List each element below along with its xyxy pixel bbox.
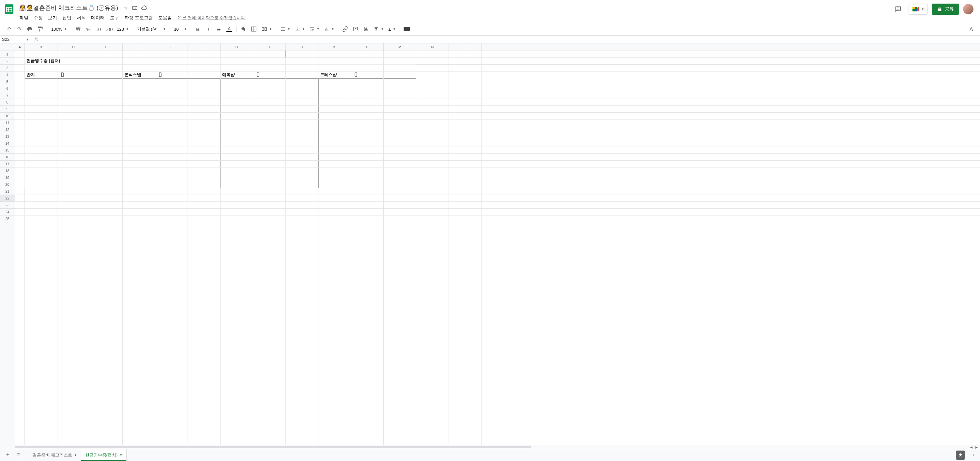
- column-header-F[interactable]: F: [155, 43, 188, 51]
- row-header-6[interactable]: 6: [0, 85, 15, 92]
- row-header-18[interactable]: 18: [0, 167, 15, 174]
- vertical-align-button[interactable]: ▼: [293, 25, 307, 33]
- percent-button[interactable]: %: [84, 24, 93, 34]
- bold-button[interactable]: B: [193, 24, 203, 34]
- menu-file[interactable]: 파일: [17, 14, 31, 22]
- side-panel-toggle[interactable]: ‹: [970, 451, 977, 460]
- column-header-I[interactable]: I: [253, 43, 286, 51]
- undo-button[interactable]: ↶: [4, 24, 14, 34]
- all-sheets-button[interactable]: ≡: [13, 451, 24, 460]
- row-header-17[interactable]: 17: [0, 161, 15, 167]
- cells-area[interactable]: 현금영수증 (캡처) 반지 본식스냅 예복샵 드레스샵: [15, 51, 980, 445]
- column-header-A[interactable]: A: [15, 43, 25, 51]
- borders-button[interactable]: [249, 24, 259, 34]
- menu-data[interactable]: 데이터: [89, 14, 107, 22]
- column-header-O[interactable]: O: [449, 43, 482, 51]
- zoom-select[interactable]: 100%▼: [49, 26, 69, 33]
- text-rotation-button[interactable]: ▼: [322, 25, 336, 33]
- row-header-11[interactable]: 11: [0, 120, 15, 126]
- column-header-K[interactable]: K: [318, 43, 351, 51]
- meet-button[interactable]: ▼: [908, 3, 928, 15]
- insert-chart-button[interactable]: [361, 24, 371, 34]
- row-header-22[interactable]: 22: [0, 195, 15, 202]
- row-header-15[interactable]: 15: [0, 147, 15, 154]
- move-icon[interactable]: [132, 5, 138, 11]
- menu-format[interactable]: 서식: [75, 14, 88, 22]
- redo-button[interactable]: ↷: [14, 24, 24, 34]
- menu-edit[interactable]: 수정: [31, 14, 45, 22]
- menu-extensions[interactable]: 확장 프로그램: [122, 14, 155, 22]
- sheet-tab-2[interactable]: 현금영수증(캡처)▼: [81, 449, 127, 461]
- column-header-J[interactable]: J: [286, 43, 318, 51]
- text-wrap-button[interactable]: ▼: [308, 25, 322, 33]
- category-1-checkbox[interactable]: [60, 72, 65, 77]
- column-header-L[interactable]: L: [351, 43, 383, 51]
- row-header-14[interactable]: 14: [0, 140, 15, 147]
- last-edit-link[interactable]: 21분 전에 마지막으로 수정했습니다.: [177, 15, 246, 21]
- number-format-select[interactable]: 123▼: [115, 26, 131, 33]
- row-header-20[interactable]: 20: [0, 181, 15, 188]
- row-header-3[interactable]: 3: [0, 65, 15, 72]
- row-header-24[interactable]: 24: [0, 209, 15, 215]
- category-2-checkbox[interactable]: [158, 72, 162, 77]
- horizontal-align-button[interactable]: ▼: [278, 25, 292, 33]
- row-header-21[interactable]: 21: [0, 188, 15, 195]
- share-button[interactable]: 공유: [932, 3, 959, 15]
- scroll-left-icon[interactable]: ◀: [969, 445, 974, 449]
- text-color-button[interactable]: A: [224, 24, 234, 34]
- row-header-23[interactable]: 23: [0, 202, 15, 209]
- row-header-25[interactable]: 25: [0, 215, 15, 222]
- column-header-E[interactable]: E: [123, 43, 155, 51]
- column-header-M[interactable]: M: [383, 43, 416, 51]
- row-header-19[interactable]: 19: [0, 174, 15, 181]
- row-header-13[interactable]: 13: [0, 133, 15, 140]
- row-header-10[interactable]: 10: [0, 113, 15, 120]
- row-header-2[interactable]: 2: [0, 58, 15, 65]
- star-icon[interactable]: ☆: [123, 5, 129, 11]
- menu-insert[interactable]: 삽입: [60, 14, 74, 22]
- functions-button[interactable]: Σ▼: [386, 26, 398, 33]
- insert-comment-button[interactable]: [351, 24, 361, 34]
- row-header-8[interactable]: 8: [0, 99, 15, 106]
- column-header-N[interactable]: N: [416, 43, 449, 51]
- account-avatar[interactable]: [963, 4, 974, 14]
- add-sheet-button[interactable]: +: [3, 451, 13, 460]
- menu-tools[interactable]: 도구: [108, 14, 121, 22]
- row-header-7[interactable]: 7: [0, 92, 15, 99]
- column-header-G[interactable]: G: [188, 43, 221, 51]
- strikethrough-button[interactable]: S: [214, 24, 224, 34]
- row-header-5[interactable]: 5: [0, 78, 15, 85]
- document-title[interactable]: 👰🤵결혼준비 체크리스트💍 (공유용): [17, 3, 120, 13]
- decrease-decimal-button[interactable]: .0: [94, 24, 104, 34]
- column-header-H[interactable]: H: [221, 43, 253, 51]
- row-header-9[interactable]: 9: [0, 106, 15, 113]
- print-button[interactable]: [25, 24, 35, 34]
- row-header-1[interactable]: 1: [0, 51, 15, 58]
- menu-view[interactable]: 보기: [46, 14, 59, 22]
- select-all-corner[interactable]: [0, 43, 15, 51]
- scroll-right-icon[interactable]: ▶: [974, 445, 979, 449]
- scrollbar-thumb[interactable]: [15, 446, 531, 448]
- merge-cells-button[interactable]: ▼: [259, 25, 274, 33]
- filter-button[interactable]: ▼: [372, 25, 386, 33]
- sheet-tab-1[interactable]: 결혼준비 체크리스트▼: [29, 449, 81, 461]
- row-header-12[interactable]: 12: [0, 126, 15, 133]
- explore-button[interactable]: [956, 451, 965, 460]
- horizontal-scrollbar[interactable]: ◀ ▶: [0, 445, 980, 449]
- column-header-B[interactable]: B: [25, 43, 57, 51]
- comments-button[interactable]: [892, 3, 905, 16]
- paint-format-button[interactable]: [35, 24, 45, 34]
- font-size-select[interactable]: 10▼: [172, 26, 189, 33]
- increase-decimal-button[interactable]: .00: [104, 24, 114, 34]
- font-select[interactable]: 기본값 (Ari...▼: [135, 25, 168, 33]
- formula-input[interactable]: [41, 35, 980, 43]
- category-3-checkbox[interactable]: [256, 72, 260, 77]
- menu-help[interactable]: 도움말: [156, 14, 174, 22]
- row-header-4[interactable]: 4: [0, 72, 15, 78]
- fill-color-button[interactable]: [239, 24, 248, 34]
- collapse-toolbar-button[interactable]: ᐱ: [966, 24, 976, 34]
- name-box[interactable]: S22▼: [0, 35, 31, 43]
- cloud-status-icon[interactable]: [141, 5, 148, 11]
- column-header-C[interactable]: C: [57, 43, 90, 51]
- keyboard-button[interactable]: [402, 24, 412, 34]
